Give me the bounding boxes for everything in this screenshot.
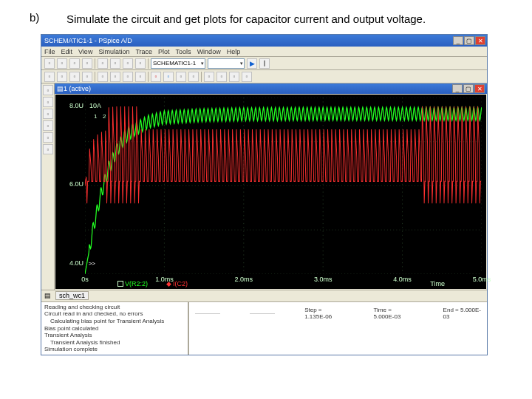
plot-title: 1 (active) (64, 85, 452, 92)
trace-icon[interactable]: ▫ (204, 72, 214, 82)
stats-panel: Step = 1.135E-06 Time = 5.000E-03 End = … (189, 302, 487, 355)
chart-svg (85, 98, 482, 274)
tool-1-icon[interactable]: ▫ (43, 85, 53, 95)
question-label: b) (30, 11, 66, 27)
plot-close-button[interactable]: ✕ (474, 84, 485, 93)
pan-icon[interactable]: ▫ (82, 72, 92, 82)
blue-marker-icon[interactable]: ▫ (163, 72, 174, 82)
legend-v: V(R2:2) (125, 280, 148, 287)
tool-2-icon[interactable]: ▫ (43, 97, 53, 107)
x-4: 4.0ms (393, 276, 412, 283)
log-x-icon[interactable]: ▫ (98, 72, 108, 82)
plot-area[interactable]: 8.0U 10A 6.0U 4.0U >> 1 2 0s 1.0ms 2.0ms (55, 95, 486, 289)
grid-icon[interactable]: ▫ (188, 72, 199, 82)
perf-icon[interactable]: ▫ (135, 72, 146, 82)
yleft-top: 8.0U (69, 102, 83, 109)
menu-trace[interactable]: Trace (135, 48, 152, 55)
print-icon[interactable]: ▫ (82, 58, 92, 69)
sep-icon (95, 72, 95, 82)
tool-4-icon[interactable]: ▫ (43, 120, 53, 131)
save-icon[interactable]: ▫ (69, 58, 80, 69)
sep-icon (148, 58, 149, 69)
left-toolbar: ▫ ▫ ▫ ▫ ▫ ▫ (41, 83, 55, 290)
log-line: Circuit read in and checked, no errors (44, 310, 185, 318)
menu-view[interactable]: View (78, 48, 92, 55)
menu-simulation[interactable]: Simulation (98, 48, 129, 55)
log-line: Bias point calculated (44, 325, 185, 332)
plot-doc-icon: ▤ (57, 85, 64, 92)
paste-icon[interactable]: ▫ (123, 58, 133, 69)
log-line: Simulation complete (44, 346, 185, 353)
pause-icon[interactable]: ∥ (259, 58, 270, 69)
yleft-mid: 6.0U (69, 180, 83, 188)
tab-schematic[interactable]: sch_wc1 (55, 291, 89, 300)
schematic-dropdown[interactable]: SCHEMATIC1-1 (151, 58, 205, 69)
blank-field-1 (195, 307, 220, 314)
log-line: Reading and checking circuit (44, 304, 185, 311)
x-axis-labels: 0s 1.0ms 2.0ms 3.0ms 4.0ms 5.0ms V(R2:2)… (85, 276, 482, 287)
plot-titlebar: ▤ 1 (active) _ ▢ ✕ (55, 83, 487, 94)
tab-bar: ▤ sch_wc1 (41, 290, 487, 302)
maximize-button[interactable]: ▢ (464, 36, 474, 45)
stat-time: Time = 5.000E-03 (373, 307, 413, 320)
label-icon[interactable]: ▫ (242, 72, 252, 82)
log-line: Transient Analysis finished (44, 339, 185, 347)
open-icon[interactable]: ▫ (57, 58, 67, 69)
sep-icon (95, 58, 95, 69)
menubar: File Edit View Simulation Trace Plot Too… (41, 47, 487, 57)
toolbar-row-1: ▫ ▫ ▫ ▫ ▫ ▫ ▫ ▫ SCHEMATIC1-1 ▶ ∥ (41, 57, 487, 70)
zoom-icon[interactable]: ▫ (44, 72, 55, 82)
menu-help[interactable]: Help (227, 48, 241, 55)
y-axis-labels: 8.0U 10A 6.0U 4.0U >> 1 2 (57, 95, 85, 274)
cut-icon[interactable]: ▫ (98, 58, 108, 69)
menu-tools[interactable]: Tools (176, 48, 191, 55)
x-5: 5.0ms (473, 276, 491, 283)
log-line: Calculating bias point for Transient Ana… (44, 318, 185, 325)
menu-plot[interactable]: Plot (158, 48, 170, 55)
x-0: 0s (81, 276, 89, 283)
sep-icon (201, 72, 202, 82)
legend-i: I(C2) (173, 280, 188, 287)
stat-end: End = 5.000E-03 (443, 307, 481, 320)
fft-icon[interactable]: ▫ (123, 72, 133, 82)
x-3: 3.0ms (314, 276, 332, 283)
copy-icon[interactable]: ▫ (110, 58, 120, 69)
pspice-window: SCHEMATIC1-1 - PSpice A/D _ ▢ ✕ File Edi… (41, 34, 488, 355)
diamond-icon: ◆ (166, 280, 171, 287)
zoom-fit-icon[interactable]: ▫ (69, 72, 80, 82)
tool-3-icon[interactable]: ▫ (43, 109, 53, 119)
close-button[interactable]: ✕ (475, 36, 485, 45)
question-text: Simulate the circuit and get plots for c… (66, 11, 502, 27)
trace-legend: V(R2:2) ◆I(C2) (117, 280, 188, 287)
undo-icon[interactable]: ▫ (135, 58, 146, 69)
legend-box-icon (117, 281, 123, 287)
tool-6-icon[interactable]: ▫ (43, 144, 53, 154)
titlebar: SCHEMATIC1-1 - PSpice A/D _ ▢ ✕ (41, 35, 487, 47)
tool-5-icon[interactable]: ▫ (43, 132, 53, 143)
mark-icon[interactable]: ▫ (176, 72, 186, 82)
window-title: SCHEMATIC1-1 - PSpice A/D (43, 37, 453, 44)
red-marker-icon[interactable]: ▫ (151, 72, 161, 82)
tab-doc-icon: ▤ (44, 292, 51, 299)
new-icon[interactable]: ▫ (44, 58, 55, 69)
x-axis-title: Time (430, 280, 445, 287)
eval-icon[interactable]: ▫ (216, 72, 227, 82)
plot-max-button[interactable]: ▢ (463, 84, 474, 93)
yleft-bot: 4.0U (69, 259, 83, 267)
toolbar-row-2: ▫ ▫ ▫ ▫ ▫ ▫ ▫ ▫ ▫ ▫ ▫ ▫ ▫ ▫ ▫ ▫ (41, 70, 487, 83)
log-line: Transient Analysis (44, 332, 185, 339)
stat-step: Step = 1.135E-06 (304, 307, 344, 320)
output-log[interactable]: Reading and checking circuit Circuit rea… (41, 302, 189, 355)
menu-file[interactable]: File (44, 48, 55, 55)
blank-field-2 (250, 307, 275, 314)
sep-icon (148, 72, 149, 82)
minimize-button[interactable]: _ (453, 36, 463, 45)
text-icon[interactable]: ▫ (229, 72, 239, 82)
run-button[interactable]: ▶ (247, 58, 257, 69)
menu-window[interactable]: Window (197, 48, 221, 55)
log-y-icon[interactable]: ▫ (110, 72, 120, 82)
menu-edit[interactable]: Edit (61, 48, 73, 55)
plot-min-button[interactable]: _ (452, 84, 463, 93)
empty-dropdown[interactable] (208, 58, 245, 69)
zoom-area-icon[interactable]: ▫ (57, 72, 67, 82)
